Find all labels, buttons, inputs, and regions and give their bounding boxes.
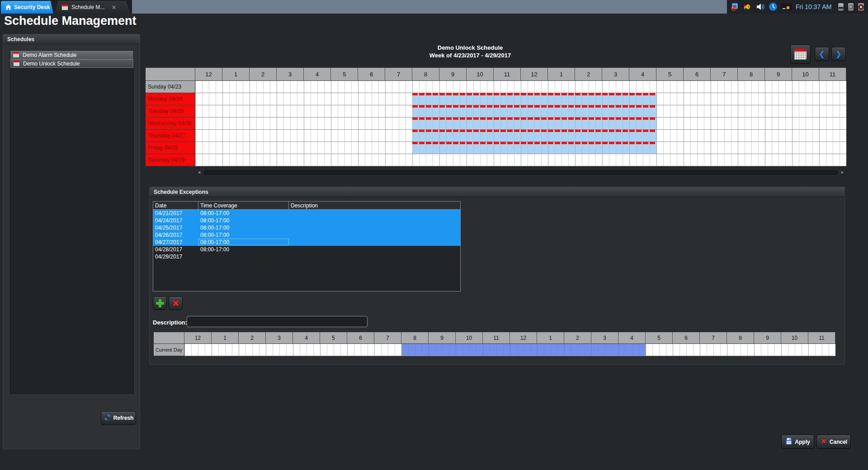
day-label: Sunday 04/23 (146, 81, 195, 93)
plus-icon (155, 298, 165, 308)
scrollbar-thumb[interactable] (203, 170, 838, 174)
day-timeline[interactable] (195, 130, 846, 142)
hour-header-cell: 2 (575, 68, 602, 81)
hour-header-cell: 12 (195, 68, 222, 81)
speaker-volume-icon[interactable] (756, 2, 765, 11)
column-header-date[interactable]: Date (153, 202, 198, 209)
tab-security-desk[interactable]: Security Desk (1, 1, 53, 14)
next-week-button[interactable]: ❯ (831, 47, 846, 61)
day-row: Tuesday 04/25 (146, 105, 846, 118)
tab-schedule-management[interactable]: Schedule M... ✕ (54, 1, 130, 14)
home-icon (5, 5, 11, 10)
schedules-panel: Schedules Demo Alarm ScheduleDemo Unlock… (3, 34, 140, 449)
scroll-left-icon[interactable]: ◄ (197, 170, 202, 174)
hour-header-cell: 2 (239, 332, 266, 344)
hour-header-cell: 8 (738, 68, 765, 81)
schedule-list-item[interactable]: Demo Alarm Schedule (10, 51, 133, 59)
hour-header-cell: 2 (564, 332, 591, 344)
day-label: Thursday 04/27 (146, 130, 195, 142)
pick-date-button[interactable] (790, 45, 811, 64)
previous-week-button[interactable]: ❮ (815, 47, 829, 61)
hour-header-cell: 3 (602, 68, 629, 81)
day-timeline[interactable] (195, 93, 846, 105)
calendar-icon (13, 61, 20, 66)
calendar-icon (794, 49, 807, 60)
exception-date: 04/28/2017 (153, 246, 198, 253)
exception-row[interactable]: 04/29/2017 (153, 253, 460, 260)
chevron-left-icon: ❮ (819, 50, 825, 58)
hour-header-cell: 7 (711, 68, 738, 81)
cancel-button[interactable]: Cancel (816, 435, 851, 449)
hour-header-cell: 9 (754, 332, 781, 344)
hour-header-cell: 3 (266, 332, 293, 344)
current-day-label: Current Day (154, 344, 184, 356)
schedule-exceptions-panel: Schedule Exceptions Date Time Coverage D… (149, 187, 845, 365)
apply-button-label: Apply (795, 439, 810, 445)
schedule-list: Demo Alarm ScheduleDemo Unlock Schedule (10, 50, 134, 394)
close-button[interactable] (858, 3, 864, 11)
hour-header-cell: 9 (765, 68, 792, 81)
exception-row[interactable]: 04/28/201708:00-17:00 (153, 246, 460, 253)
delete-x-icon (171, 298, 181, 308)
grid-corner-cell (146, 68, 195, 81)
description-input[interactable] (187, 316, 368, 327)
day-label: Wednesday 04/26 (146, 118, 195, 130)
hour-header-cell: 9 (429, 332, 456, 344)
hour-header-cell: 11 (494, 68, 521, 81)
schedule-dash-line (412, 105, 656, 108)
exception-description (289, 253, 460, 260)
hour-header-cell: 11 (808, 332, 835, 344)
day-timeline[interactable] (195, 118, 846, 130)
exceptions-table: Date Time Coverage Description 04/21/201… (153, 201, 461, 291)
hour-header-cell: 5 (331, 68, 358, 81)
exception-time-coverage: 08:00-17:00 (198, 231, 289, 239)
current-day-timeline[interactable] (184, 344, 835, 356)
minimize-button[interactable]: ▬ (838, 3, 844, 11)
scroll-right-icon[interactable]: ► (840, 170, 844, 174)
day-timeline[interactable] (195, 81, 846, 93)
cancel-x-icon (820, 437, 827, 446)
hour-header-cell: 10 (467, 68, 494, 81)
exception-row[interactable]: 04/24/201708:00-17:00 (153, 217, 460, 224)
exception-date: 04/26/2017 (153, 231, 198, 239)
hour-header-cell: 7 (374, 332, 401, 344)
exception-row[interactable]: 04/21/201708:00-17:00 (153, 210, 460, 217)
hour-header-cell: 11 (819, 68, 846, 81)
close-tab-icon[interactable]: ✕ (111, 5, 116, 10)
column-header-description[interactable]: Description (289, 202, 460, 209)
delete-exception-button[interactable] (169, 296, 183, 310)
current-day-grid: 121234567891011121234567891011 Current D… (154, 332, 835, 356)
window-titlebar: Security Desk Schedule M... ✕ (0, 0, 868, 14)
globe-clock-icon[interactable] (769, 2, 778, 11)
day-timeline[interactable] (195, 154, 846, 166)
exception-row[interactable]: 04/26/201708:00-17:00 (153, 231, 460, 239)
exception-date: 04/27/2017 (153, 239, 198, 246)
schedule-list-item[interactable]: Demo Unlock Schedule (10, 59, 133, 68)
exception-description (289, 231, 460, 239)
blocked-notifications-icon[interactable] (731, 2, 740, 11)
day-timeline[interactable] (195, 142, 846, 154)
restore-button[interactable]: ❐ (848, 3, 854, 11)
alarm-horn-icon[interactable] (743, 2, 752, 11)
exception-row[interactable]: 04/25/201708:00-17:00 (153, 224, 460, 231)
save-icon (785, 437, 793, 446)
add-exception-button[interactable] (153, 296, 167, 310)
cancel-button-label: Cancel (830, 439, 847, 445)
week-range: Week of 4/23/2017 - 4/29/2017 (289, 52, 651, 59)
exception-description (289, 239, 460, 246)
tab-security-desk-label: Security Desk (14, 4, 50, 10)
schedule-name: Demo Unlock Schedule (289, 44, 651, 52)
column-header-time-coverage[interactable]: Time Coverage (198, 202, 289, 209)
day-timeline[interactable] (195, 105, 846, 118)
apply-button[interactable]: Apply (781, 435, 814, 449)
input-indicator-icon[interactable] (781, 2, 790, 11)
tab-schedule-management-label: Schedule M... (71, 4, 104, 10)
clock: Fri 10:37 AM (796, 3, 831, 10)
scrollbar-track[interactable] (202, 170, 840, 174)
refresh-button[interactable]: Refresh (101, 411, 136, 425)
day-row: Wednesday 04/26 (146, 118, 846, 130)
schedule-list-item-label: Demo Unlock Schedule (23, 61, 80, 67)
exception-row[interactable]: 04/27/201708:00-17:00 (153, 239, 460, 246)
hour-header-cell: 6 (684, 68, 711, 81)
hour-header-cell: 6 (673, 332, 700, 344)
